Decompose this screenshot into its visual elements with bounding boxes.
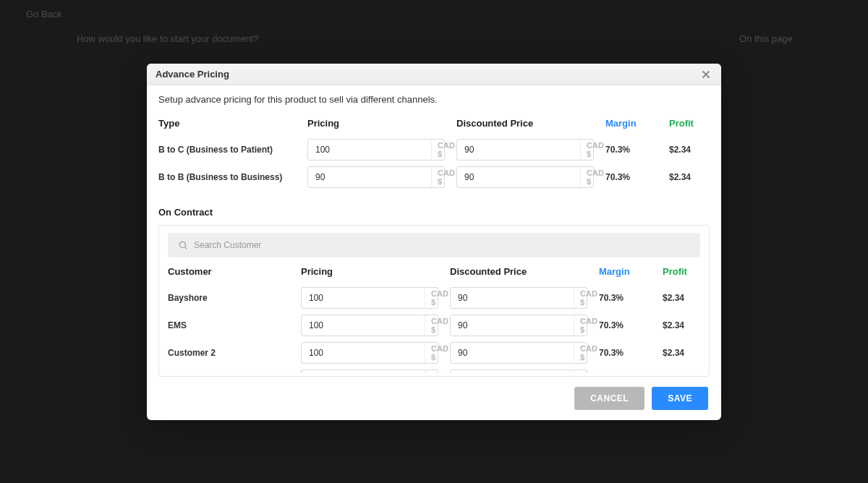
col-pricing: Pricing [307,118,445,133]
col-margin: Margin [605,118,658,133]
customer-0-discount-field: CAD $ [450,287,587,309]
customer-name: EMS [168,320,289,330]
svg-point-0 [179,241,185,247]
customer-2-discount-field: CAD $ [450,342,587,364]
currency-label: CAD $ [587,168,605,186]
col-customer: Customer [168,266,289,281]
customer-1-discount-input[interactable] [451,320,574,330]
channel-0-discount-input[interactable] [457,145,580,155]
modal-title: Advance Pricing [156,69,229,80]
modal-footer: CANCEL SAVE [147,377,721,420]
channel-profit: $2.34 [669,145,721,155]
modal-subtitle: Setup advance pricing for this product t… [158,94,710,105]
customer-1-price-field: CAD $ [301,315,438,336]
modal-body: Setup advance pricing for this product t… [147,85,721,377]
channel-0-discount-field: CAD $ [456,139,594,161]
channel-profit: $2.34 [669,172,721,182]
customer-profit: $2.34 [663,320,700,330]
customer-profit: $2.34 [663,293,700,303]
customer-profit: $2.34 [663,348,700,358]
channel-1-price-field: CAD $ [307,166,445,188]
currency-label: CAD $ [431,317,450,334]
col-type: Type [158,118,296,133]
search-icon [178,240,188,250]
col-margin-2: Margin [599,266,651,281]
customer-pricing-grid-header: Customer Pricing Discounted Price Margin… [168,266,700,287]
currency-label: CAD $ [587,141,605,158]
col-discounted-2: Discounted Price [450,266,587,281]
col-profit-2: Profit [663,266,715,281]
customer-name: Customer 2 [168,348,289,358]
customer-0-discount-input[interactable] [451,293,574,303]
customer-margin: 70.3% [599,348,651,358]
currency-label: CAD $ [580,372,599,373]
channel-1-price-input[interactable] [308,172,431,182]
close-icon[interactable] [699,68,712,81]
channel-margin: 70.3% [605,145,658,155]
customer-search[interactable] [168,233,700,257]
customer-name: Bayshore [168,293,289,303]
doc-start-question: How would you like to start your documen… [77,33,258,44]
on-this-page-label: On this page [739,33,793,44]
customer-pricing-grid: Bayshore CAD $ CAD $ 70.3% $2.34 EMS CAD… [168,287,700,373]
currency-label: CAD $ [580,317,599,334]
currency-label: CAD $ [580,344,599,362]
customer-rows-scroll[interactable]: Bayshore CAD $ CAD $ 70.3% $2.34 EMS CAD… [168,287,700,373]
currency-label: CAD $ [438,141,456,158]
cancel-button[interactable]: CANCEL [574,387,644,410]
channel-pricing-grid: Type Pricing Discounted Price Margin Pro… [158,118,710,194]
customer-3-price-field: CAD $ [301,369,438,373]
channel-0-price-input[interactable] [308,145,431,155]
currency-label: CAD $ [431,372,450,373]
save-button[interactable]: SAVE [652,387,708,410]
customer-0-price-input[interactable] [302,293,425,303]
currency-label: CAD $ [580,289,599,307]
customer-2-price-input[interactable] [302,348,425,358]
advance-pricing-modal: Advance Pricing Setup advance pricing fo… [147,64,721,420]
customer-2-price-field: CAD $ [301,342,438,364]
customer-1-discount-field: CAD $ [450,315,587,336]
customer-3-discount-field: CAD $ [450,369,587,373]
go-back-link[interactable]: Go Back [26,9,62,20]
col-pricing-2: Pricing [301,266,438,281]
channel-1-discount-input[interactable] [457,172,580,182]
col-discounted: Discounted Price [456,118,594,133]
contract-panel: Customer Pricing Discounted Price Margin… [158,225,710,377]
customer-2-discount-input[interactable] [451,348,574,358]
customer-margin: 70.3% [599,293,651,303]
currency-label: CAD $ [431,344,450,362]
customer-1-price-input[interactable] [302,320,425,330]
col-profit: Profit [669,118,721,133]
customer-0-price-field: CAD $ [301,287,438,309]
channel-margin: 70.3% [605,172,658,182]
modal-titlebar: Advance Pricing [147,64,721,85]
channel-type: B to C (Business to Patient) [158,145,296,155]
channel-type: B to B (Business to Business) [158,172,296,182]
currency-label: CAD $ [431,289,450,307]
customer-search-input[interactable] [194,240,690,250]
customer-3-discount-currency-select[interactable]: CAD $ [574,370,615,373]
channel-1-discount-field: CAD $ [456,166,594,188]
on-contract-label: On Contract [158,207,710,218]
currency-label: CAD $ [438,168,456,186]
customer-margin: 70.3% [599,320,651,330]
channel-0-price-field: CAD $ [307,139,445,161]
